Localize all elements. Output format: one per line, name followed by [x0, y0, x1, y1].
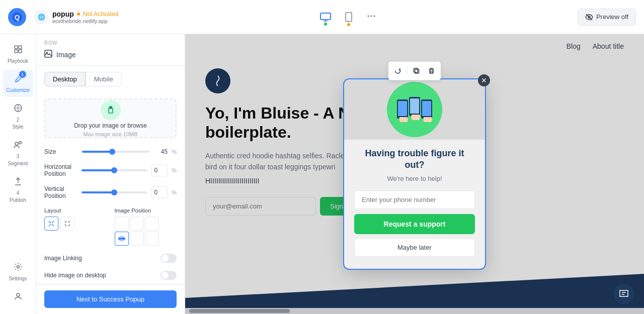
img-pos-mc[interactable] — [130, 232, 144, 246]
layout-option-shrink[interactable] — [60, 217, 74, 231]
v-pos-thumb[interactable] — [111, 189, 117, 195]
hide-image-label: Hide image on desktop — [44, 272, 160, 279]
popup-subtitle: We're here to help! — [354, 175, 475, 182]
sidebar-item-settings[interactable]: Settings — [3, 258, 33, 285]
svg-point-7 — [373, 16, 375, 17]
popup-title: Having trouble figure it out? — [354, 148, 475, 171]
topbar-right: Preview off — [578, 9, 636, 26]
segment-text: Segment — [8, 161, 28, 166]
sidebar-item-customize[interactable]: 1 Customize — [3, 70, 33, 97]
svg-rect-13 — [19, 50, 22, 53]
v-pos-unit: % — [172, 189, 177, 195]
layout-option-expand[interactable] — [44, 217, 58, 231]
tab-desktop[interactable]: Desktop — [44, 72, 86, 86]
svg-point-17 — [17, 266, 19, 268]
panel: ROW Image Desktop Mobile Drop your image… — [36, 34, 185, 314]
segment-icon — [13, 140, 23, 152]
tab-mobile[interactable]: Mobile — [86, 72, 122, 86]
image-linking-knob — [162, 255, 169, 262]
h-pos-fill — [82, 169, 115, 171]
h-pos-slider[interactable] — [82, 169, 147, 171]
status-dot — [77, 13, 80, 16]
sidebar-item-user[interactable] — [3, 287, 33, 308]
size-thumb[interactable] — [109, 149, 115, 155]
mobile-device-btn[interactable] — [342, 9, 355, 25]
svg-point-23 — [109, 106, 112, 109]
panel-bottom: Next to Success Popup — [36, 284, 185, 314]
svg-point-6 — [370, 16, 372, 17]
sidebar-item-playbook[interactable]: Playbook — [3, 40, 33, 68]
device-switcher — [118, 8, 577, 26]
publish-num: 4 — [17, 190, 20, 196]
h-pos-thumb[interactable] — [111, 167, 117, 173]
v-pos-label: Vertical Position — [44, 185, 77, 199]
toolbar-divider — [407, 66, 408, 75]
popup-image-area — [344, 79, 485, 140]
sidebar-item-segment[interactable]: 3 Segment — [3, 136, 33, 170]
img-pos-tr[interactable] — [145, 217, 159, 231]
popup-copy-btn[interactable] — [410, 64, 424, 78]
status-text: Not Activated — [83, 11, 119, 18]
popup-later-btn[interactable]: Maybe later — [354, 238, 475, 257]
size-label: Size — [44, 148, 78, 155]
segment-num: 3 — [17, 154, 20, 159]
svg-text:Q: Q — [15, 14, 20, 21]
style-label: 2 — [17, 117, 20, 123]
sidebar-item-style[interactable]: 2 Style — [3, 99, 33, 134]
size-slider[interactable] — [82, 151, 149, 153]
popup-modal: ✕ — [344, 79, 485, 269]
image-upload-area[interactable]: Drop your image or browse Max image size… — [44, 98, 177, 138]
next-btn[interactable]: Next to Success Popup — [44, 290, 177, 308]
img-pos-tc[interactable] — [130, 217, 144, 231]
v-pos-input[interactable] — [151, 186, 168, 198]
left-sidebar: Playbook 1 Customize 2 Style 3 Segment — [0, 34, 36, 314]
image-linking-label: Image Linking — [44, 255, 160, 262]
svg-rect-12 — [15, 50, 18, 53]
site-icon: 🌐 — [34, 10, 48, 24]
upload-text: Drop your image or browse — [74, 122, 147, 129]
customize-label: Customize — [6, 87, 30, 93]
row-label: ROW — [44, 40, 177, 46]
size-fill — [82, 151, 112, 153]
chat-widget[interactable] — [614, 284, 634, 304]
more-options-btn[interactable] — [363, 8, 379, 26]
sidebar-item-publish[interactable]: 4 Publish — [3, 172, 33, 207]
h-pos-unit: % — [172, 167, 177, 173]
hide-image-toggle[interactable] — [160, 271, 177, 280]
upload-preview-icon — [101, 100, 121, 120]
popup-phone-input[interactable] — [354, 190, 475, 209]
popup-refresh-btn[interactable] — [391, 64, 405, 78]
h-pos-label: Horizontal Position — [44, 163, 77, 177]
image-icon — [44, 50, 52, 59]
popup-body: Having trouble figure it out? We're here… — [344, 140, 485, 261]
img-pos-tl[interactable] — [115, 217, 129, 231]
popup-overlay: ✕ — [185, 34, 644, 314]
panel-header: ROW Image — [36, 34, 185, 66]
customize-wrap: 1 Customize — [3, 70, 33, 97]
v-pos-row: Vertical Position % — [36, 181, 185, 203]
desktop-device-btn[interactable] — [317, 10, 334, 25]
popup-close-btn[interactable]: ✕ — [478, 74, 490, 86]
preview-btn[interactable]: Preview off — [578, 9, 636, 26]
svg-point-5 — [367, 16, 369, 17]
h-pos-input[interactable] — [151, 164, 168, 176]
hide-image-knob — [162, 272, 169, 279]
svg-rect-10 — [15, 46, 18, 49]
site-url: ecethebride.netlify.app — [52, 18, 118, 24]
hide-image-row: Hide image on desktop — [36, 267, 185, 284]
style-icon — [13, 103, 23, 116]
image-linking-row: Image Linking — [36, 250, 185, 267]
popup-support-btn[interactable]: Request a support — [354, 214, 475, 234]
preview-label: Preview off — [596, 13, 628, 21]
svg-rect-30 — [398, 101, 407, 116]
v-pos-slider[interactable] — [82, 191, 147, 193]
popup-delete-btn[interactable] — [425, 64, 439, 78]
img-pos-ml[interactable] — [115, 232, 129, 246]
playbook-icon — [13, 44, 23, 57]
svg-point-16 — [19, 142, 21, 144]
svg-rect-34 — [422, 101, 431, 116]
customize-icon-wrap: 1 — [13, 74, 23, 86]
image-linking-toggle[interactable] — [160, 254, 177, 263]
img-pos-mr[interactable] — [145, 232, 159, 246]
preview-iframe: Blog About title Yo, I'm Bluise - A Nux … — [185, 34, 644, 314]
